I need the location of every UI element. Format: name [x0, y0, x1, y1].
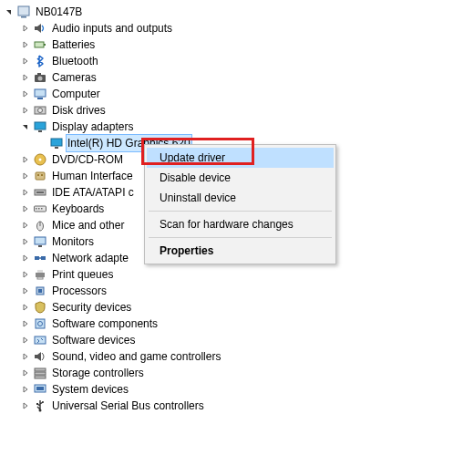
menu-separator — [149, 237, 332, 238]
tree-item[interactable]: Processors — [4, 283, 474, 299]
svg-rect-24 — [36, 208, 37, 210]
tree-item[interactable]: Print queues — [4, 266, 474, 283]
hid-icon — [33, 169, 47, 183]
expand-toggle[interactable] — [20, 332, 31, 348]
tree-item-label: Audio inputs and outputs — [50, 20, 174, 36]
tree-item[interactable]: Security devices — [4, 299, 474, 316]
tree-item[interactable]: Software components — [4, 316, 474, 332]
tree-item-label: Display adapters — [50, 119, 135, 135]
svg-rect-39 — [36, 319, 45, 328]
tree-item[interactable]: Disk drives — [4, 102, 474, 119]
svg-rect-26 — [41, 208, 43, 210]
ide-icon — [33, 185, 47, 200]
expand-toggle[interactable] — [20, 151, 31, 168]
svg-rect-7 — [37, 73, 41, 75]
tree-root[interactable]: NB0147B — [4, 4, 474, 20]
svg-rect-25 — [38, 208, 40, 210]
tree-item-label: Mice and other — [50, 217, 126, 233]
svg-rect-22 — [36, 191, 44, 193]
tree-item[interactable]: Computer — [4, 86, 474, 102]
svg-rect-36 — [37, 277, 43, 279]
menu-item[interactable]: Uninstall device — [147, 188, 334, 208]
expand-toggle[interactable] — [20, 102, 31, 119]
disk-icon — [33, 103, 47, 118]
tree-item[interactable]: Batteries — [4, 36, 474, 53]
expand-toggle[interactable] — [20, 250, 31, 266]
svg-rect-19 — [37, 174, 39, 176]
dvd-icon — [33, 152, 47, 167]
tree-item[interactable]: Cameras — [4, 69, 474, 86]
root-icon — [16, 5, 31, 19]
tree-item-label: Keyboards — [50, 201, 106, 217]
expand-toggle[interactable] — [20, 201, 31, 217]
menu-item[interactable]: Update driver — [147, 148, 334, 168]
svg-rect-0 — [18, 6, 29, 16]
svg-rect-8 — [35, 89, 46, 97]
expand-toggle[interactable] — [20, 283, 31, 299]
expand-toggle[interactable] — [20, 348, 31, 365]
svg-rect-45 — [35, 376, 46, 378]
camera-icon — [33, 70, 47, 85]
mouse-icon — [33, 218, 47, 233]
context-menu[interactable]: Update driverDisable deviceUninstall dev… — [144, 144, 336, 264]
expand-toggle[interactable] — [20, 266, 31, 283]
svg-rect-2 — [35, 26, 37, 30]
expand-toggle[interactable] — [20, 233, 31, 250]
expand-toggle[interactable] — [20, 365, 31, 381]
tree-item[interactable]: Sound, video and game controllers — [4, 348, 474, 365]
svg-rect-29 — [35, 237, 46, 244]
tree-item-label: Software components — [50, 316, 160, 332]
tree-item[interactable]: Software devices — [4, 332, 474, 348]
expand-toggle[interactable] — [20, 69, 31, 86]
expand-toggle[interactable] — [20, 36, 31, 53]
printer-icon — [33, 267, 47, 282]
svg-rect-34 — [36, 273, 45, 277]
expand-toggle[interactable] — [4, 4, 15, 20]
tree-item-label: Disk drives — [50, 102, 108, 119]
svg-rect-1 — [21, 16, 26, 18]
expand-toggle[interactable] — [20, 398, 31, 414]
expand-toggle[interactable] — [20, 168, 31, 184]
network-icon — [33, 251, 47, 265]
svg-rect-41 — [35, 336, 46, 344]
sound-icon — [33, 349, 47, 364]
svg-point-49 — [42, 401, 44, 403]
svg-rect-18 — [36, 172, 45, 180]
tree-item[interactable]: Display adapters — [4, 119, 474, 135]
expand-toggle[interactable] — [20, 299, 31, 316]
tree-item[interactable]: Bluetooth — [4, 53, 474, 69]
expand-toggle[interactable] — [20, 381, 31, 398]
audio-icon — [33, 21, 47, 36]
tree-item[interactable]: Universal Serial Bus controllers — [4, 398, 474, 414]
svg-rect-9 — [37, 98, 43, 99]
cpu-icon — [33, 284, 47, 298]
security-icon — [33, 300, 47, 315]
svg-rect-35 — [37, 270, 43, 273]
tree-item-label: Bluetooth — [50, 53, 100, 69]
expand-toggle[interactable] — [20, 53, 31, 69]
expand-toggle[interactable] — [20, 119, 31, 135]
tree-item[interactable]: System devices — [4, 381, 474, 398]
svg-rect-43 — [35, 368, 46, 371]
tree-item-label: Storage controllers — [50, 365, 146, 381]
expand-toggle[interactable] — [20, 184, 31, 201]
expand-toggle[interactable] — [20, 217, 31, 233]
tree-item[interactable]: Audio inputs and outputs — [4, 20, 474, 36]
battery-icon — [33, 37, 47, 52]
svg-rect-47 — [36, 387, 44, 390]
expand-toggle[interactable] — [20, 86, 31, 102]
menu-separator — [149, 211, 332, 212]
storage-icon — [33, 366, 47, 380]
computer-icon — [33, 87, 47, 101]
expand-toggle[interactable] — [20, 20, 31, 36]
tree-item[interactable]: Storage controllers — [4, 365, 474, 381]
menu-item[interactable]: Properties — [147, 241, 334, 261]
tree-item-label: IDE ATA/ATAPI c — [50, 184, 136, 201]
menu-item[interactable]: Disable device — [147, 168, 334, 188]
svg-point-6 — [38, 77, 43, 81]
tree-item-label: Monitors — [50, 233, 96, 250]
svg-rect-44 — [35, 372, 46, 375]
expand-toggle[interactable] — [20, 316, 31, 332]
menu-item[interactable]: Scan for hardware changes — [147, 214, 334, 234]
monitor-icon — [33, 234, 47, 249]
